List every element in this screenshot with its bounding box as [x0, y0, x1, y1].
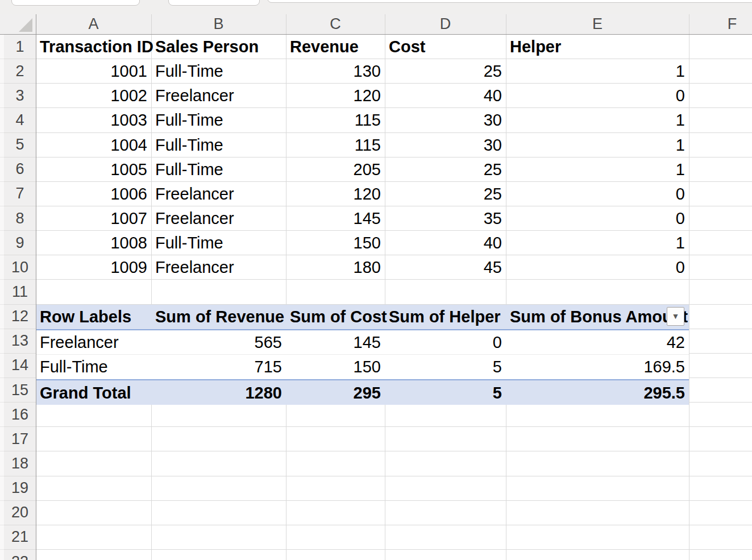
cell-cost[interactable]: 40: [385, 84, 506, 108]
cell-helper[interactable]: 0: [506, 182, 689, 206]
pivot-cell-helper[interactable]: 5: [385, 380, 506, 405]
row-header-2[interactable]: 2: [4, 59, 36, 84]
cell-sales-person[interactable]: Freelancer: [151, 255, 286, 280]
column-header-d[interactable]: D: [385, 14, 506, 34]
cell-cost[interactable]: 40: [385, 231, 506, 255]
cell-revenue[interactable]: 145: [286, 206, 385, 231]
cell-sales-person[interactable]: Freelancer: [151, 206, 286, 231]
row-header-13[interactable]: 13: [4, 329, 36, 354]
row-header-3[interactable]: 3: [4, 84, 36, 108]
cell-helper[interactable]: 1: [506, 157, 689, 182]
cell-helper[interactable]: 0: [506, 206, 689, 231]
cell-sales-person[interactable]: Full-Time: [151, 157, 286, 182]
name-box-fragment[interactable]: [11, 0, 140, 6]
pivot-header-sum-cost[interactable]: Sum of Cost: [286, 305, 385, 329]
row-header-7[interactable]: 7: [4, 182, 36, 206]
cell-helper[interactable]: 1: [506, 59, 689, 84]
pivot-header-sum-revenue[interactable]: Sum of Revenue: [151, 305, 286, 329]
pivot-cell-label[interactable]: Freelancer: [36, 330, 151, 355]
cell-cost[interactable]: 45: [385, 255, 506, 280]
cell-transaction-id[interactable]: 1004: [36, 133, 151, 157]
pivot-cell-bonus[interactable]: 295.5: [506, 380, 689, 405]
pivot-cell-label[interactable]: Full-Time: [36, 355, 151, 379]
pivot-cell-bonus[interactable]: 42: [506, 330, 689, 355]
formula-bar-fragment[interactable]: [267, 0, 752, 3]
cell-transaction-id[interactable]: 1007: [36, 206, 151, 231]
row-header-1[interactable]: 1: [4, 35, 36, 59]
pivot-cell-cost[interactable]: 145: [286, 330, 385, 355]
column-header-a[interactable]: A: [36, 14, 151, 34]
column-header-c[interactable]: C: [286, 14, 385, 34]
cell-sales-person[interactable]: Freelancer: [151, 182, 286, 206]
pivot-cell-bonus[interactable]: 169.5: [506, 355, 689, 379]
header-transaction-id[interactable]: Transaction ID: [36, 35, 151, 59]
cell-revenue[interactable]: 115: [286, 133, 385, 157]
cell-cost[interactable]: 25: [385, 59, 506, 84]
cell-helper[interactable]: 0: [506, 255, 689, 280]
cell-transaction-id[interactable]: 1006: [36, 182, 151, 206]
cell-transaction-id[interactable]: 1002: [36, 84, 151, 108]
cell-helper[interactable]: 1: [506, 133, 689, 157]
cell-cost[interactable]: 25: [385, 182, 506, 206]
row-header-22[interactable]: 22: [4, 550, 36, 560]
pivot-cell-revenue[interactable]: 1280: [151, 380, 286, 405]
cell-cost[interactable]: 30: [385, 133, 506, 157]
cell-helper[interactable]: 1: [506, 231, 689, 255]
pivot-cell-cost[interactable]: 150: [286, 355, 385, 379]
cell-revenue[interactable]: 120: [286, 84, 385, 108]
row-header-10[interactable]: 10: [4, 255, 36, 280]
cell-transaction-id[interactable]: 1003: [36, 108, 151, 132]
pivot-cell-helper[interactable]: 5: [385, 355, 506, 379]
header-revenue[interactable]: Revenue: [286, 35, 385, 59]
cell-sales-person[interactable]: Full-Time: [151, 231, 286, 255]
header-cost[interactable]: Cost: [385, 35, 506, 59]
cell-cost[interactable]: 30: [385, 108, 506, 132]
column-header-f[interactable]: F: [689, 14, 752, 34]
row-header-9[interactable]: 9: [4, 231, 36, 255]
row-header-14[interactable]: 14: [4, 354, 36, 378]
row-header-6[interactable]: 6: [4, 157, 36, 182]
cell-cost[interactable]: 35: [385, 206, 506, 231]
row-header-5[interactable]: 5: [4, 133, 36, 157]
toolbar-fragment[interactable]: [168, 0, 260, 6]
pivot-header-sum-bonus[interactable]: Sum of Bonus Amount: [506, 305, 689, 329]
select-all-corner[interactable]: [0, 14, 36, 34]
pivot-header-row-labels[interactable]: Row Labels ▼: [36, 305, 151, 329]
row-header-15[interactable]: 15: [4, 378, 36, 403]
cell-transaction-id[interactable]: 1008: [36, 231, 151, 255]
cell-revenue[interactable]: 180: [286, 255, 385, 280]
column-header-b[interactable]: B: [151, 14, 286, 34]
header-sales-person[interactable]: Sales Person: [151, 35, 286, 59]
row-labels-filter-button[interactable]: ▼: [667, 307, 684, 326]
column-header-e[interactable]: E: [506, 14, 689, 34]
row-header-8[interactable]: 8: [4, 206, 36, 231]
pivot-cell-helper[interactable]: 0: [385, 330, 506, 355]
cell-transaction-id[interactable]: 1009: [36, 255, 151, 280]
cell-revenue[interactable]: 130: [286, 59, 385, 84]
row-header-4[interactable]: 4: [4, 108, 36, 132]
row-header-11[interactable]: 11: [4, 280, 36, 304]
pivot-cell-cost[interactable]: 295: [286, 380, 385, 405]
row-header-19[interactable]: 19: [4, 476, 36, 501]
row-header-18[interactable]: 18: [4, 451, 36, 476]
cell-transaction-id[interactable]: 1001: [36, 59, 151, 84]
cell-sales-person[interactable]: Full-Time: [151, 133, 286, 157]
cell-transaction-id[interactable]: 1005: [36, 157, 151, 182]
header-helper[interactable]: Helper: [506, 35, 689, 59]
cell-revenue[interactable]: 205: [286, 157, 385, 182]
cell-revenue[interactable]: 150: [286, 231, 385, 255]
pivot-header-sum-helper[interactable]: Sum of Helper: [385, 305, 506, 329]
cell-sales-person[interactable]: Full-Time: [151, 108, 286, 132]
row-header-20[interactable]: 20: [4, 501, 36, 525]
cell-sales-person[interactable]: Freelancer: [151, 84, 286, 108]
cell-revenue[interactable]: 120: [286, 182, 385, 206]
row-header-17[interactable]: 17: [4, 427, 36, 451]
cell-revenue[interactable]: 115: [286, 108, 385, 132]
pivot-cell-label[interactable]: Grand Total: [36, 380, 151, 405]
row-header-12[interactable]: 12: [4, 305, 36, 329]
cell-helper[interactable]: 1: [506, 108, 689, 132]
row-header-21[interactable]: 21: [4, 525, 36, 550]
cell-cost[interactable]: 25: [385, 157, 506, 182]
cell-helper[interactable]: 0: [506, 84, 689, 108]
pivot-cell-revenue[interactable]: 565: [151, 330, 286, 355]
